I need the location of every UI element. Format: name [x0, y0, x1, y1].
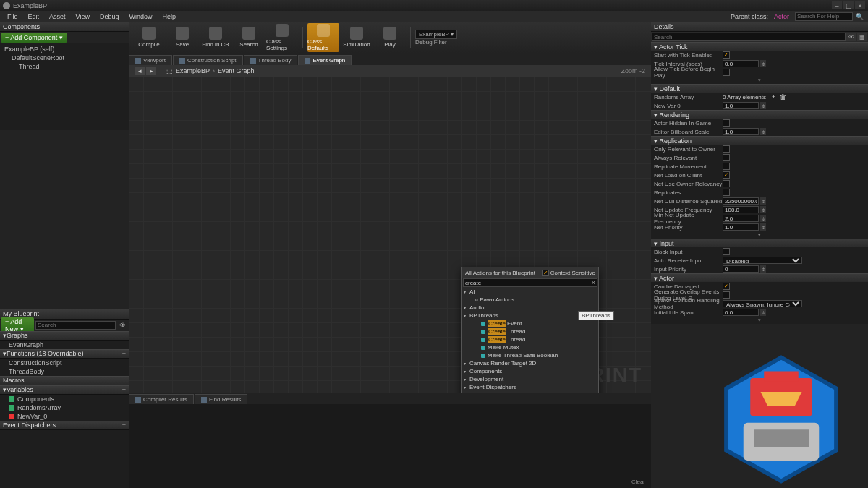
component-item[interactable]: Thread [1, 62, 127, 71]
expand-arrow-icon[interactable]: ▾ [651, 231, 868, 239]
tab-viewport[interactable]: Viewport [129, 55, 172, 65]
spinner-icon[interactable]: ⇕ [760, 60, 766, 67]
component-item[interactable]: DefaultSceneRoot [1, 53, 127, 62]
checkbox[interactable] [723, 119, 730, 127]
spinner-icon[interactable]: ⇕ [760, 215, 766, 222]
number-input[interactable] [723, 265, 759, 273]
tab-thread-body[interactable]: Thread Body [244, 55, 298, 65]
action-category[interactable]: Components [462, 367, 598, 375]
event-graph-canvas[interactable]: BLUEPRINT All Actions for this Blueprint… [129, 77, 651, 393]
section-variables[interactable]: ▾ Variables+ [0, 385, 129, 395]
maximize-button[interactable]: ▢ [843, 1, 854, 9]
toolbar-find-in-cb-button[interactable]: Find in CB [200, 23, 231, 52]
variable-item[interactable]: RandomsArray [0, 403, 129, 412]
breadcrumb-root[interactable]: ExampleBP [176, 67, 210, 74]
tab-event-graph[interactable]: Event Graph [298, 55, 352, 65]
spinner-icon[interactable]: ⇕ [760, 265, 766, 273]
parent-class-link[interactable]: Actor [774, 13, 789, 20]
help-search-icon[interactable]: 🔍 [854, 13, 865, 20]
clear-search-icon[interactable]: × [592, 279, 595, 286]
number-input[interactable] [723, 60, 759, 67]
toolbar-class-defaults-button[interactable]: Class Defaults [307, 23, 339, 52]
nav-back-button[interactable]: ◂ [135, 67, 145, 75]
spinner-icon[interactable]: ⇕ [760, 309, 766, 316]
tab-find-results[interactable]: Find Results [195, 394, 247, 404]
context-sensitive-checkbox[interactable]: ✓ [542, 270, 549, 276]
details-category[interactable]: ▾ Actor Tick [651, 42, 868, 51]
toolbar-play-button[interactable]: Play [374, 23, 406, 52]
details-category[interactable]: ▾ Replication [651, 136, 868, 145]
details-search-input[interactable] [652, 33, 846, 41]
details-category[interactable]: ▾ Input [651, 239, 868, 247]
menu-file[interactable]: File [3, 12, 22, 21]
variable-item[interactable]: NewVar_0 [0, 412, 129, 421]
dropdown[interactable]: Always Spawn, Ignore Collisions [723, 300, 802, 307]
function-item[interactable]: ConstructionScript [0, 359, 129, 367]
checkbox[interactable] [723, 189, 730, 196]
menu-help[interactable]: Help [158, 12, 180, 21]
checkbox[interactable] [723, 248, 730, 255]
number-input[interactable] [723, 128, 759, 135]
details-grid-icon[interactable]: ▦ [857, 33, 867, 41]
debug-filter-select[interactable]: ExampleBP ▾ [415, 30, 457, 39]
details-eye-icon[interactable]: 👁 [846, 33, 856, 41]
checkbox[interactable] [723, 154, 730, 161]
toolbar-compile-button[interactable]: Compile [133, 23, 165, 52]
action-category[interactable]: Game [462, 391, 598, 393]
action-category[interactable]: Event Dispatchers [462, 383, 598, 391]
section-functions[interactable]: ▾ Functions (18 Overridable)+ [0, 349, 129, 359]
checkbox[interactable]: ✓ [723, 171, 730, 179]
checkbox[interactable] [723, 69, 730, 76]
action-item[interactable]: Make Thread Safe Boolean [462, 351, 598, 359]
number-input[interactable] [723, 309, 759, 316]
toolbar-class-settings-button[interactable]: Class Settings [266, 23, 298, 52]
spinner-icon[interactable]: ⇕ [760, 128, 766, 135]
clear-log-button[interactable]: Clear [631, 479, 645, 485]
expand-arrow-icon[interactable]: ▾ [651, 317, 868, 324]
checkbox[interactable]: ✓ [723, 283, 730, 290]
toolbar-save-button[interactable]: Save [166, 23, 198, 52]
spinner-icon[interactable]: ⇕ [760, 197, 766, 205]
action-item[interactable]: Create Thread [462, 328, 598, 335]
nav-fwd-button[interactable]: ▸ [146, 67, 156, 75]
checkbox[interactable] [723, 163, 730, 170]
close-button[interactable]: × [855, 1, 865, 9]
view-options-icon[interactable]: 👁 [116, 322, 129, 329]
minimize-button[interactable]: – [832, 1, 842, 9]
section-dispatchers[interactable]: Event Dispatchers+ [0, 421, 129, 430]
myblueprint-search-input[interactable] [35, 321, 116, 330]
section-graphs[interactable]: ▾ Graphs+ [0, 331, 129, 341]
section-macros[interactable]: Macros+ [0, 376, 129, 385]
toolbar-search-button[interactable]: Search [233, 23, 265, 52]
spinner-icon[interactable]: ⇕ [760, 223, 766, 231]
number-input[interactable] [723, 197, 759, 205]
tab-construction-script[interactable]: Construction Script [173, 55, 243, 65]
action-item[interactable]: Make Mutex [462, 343, 598, 351]
function-item[interactable]: ThreadBody [0, 367, 129, 376]
menu-window[interactable]: Window [124, 12, 156, 21]
checkbox[interactable]: ✓ [723, 51, 730, 59]
add-component-button[interactable]: + Add Component ▾ [1, 33, 67, 43]
number-input[interactable] [723, 102, 759, 109]
action-item[interactable]: Create Thread [462, 335, 598, 343]
action-category[interactable]: Development [462, 375, 598, 383]
number-input[interactable] [723, 215, 759, 222]
action-menu-search-input[interactable] [463, 278, 597, 287]
breadcrumb-leaf[interactable]: Event Graph [218, 67, 255, 74]
spinner-icon[interactable]: ⇕ [760, 102, 766, 109]
spinner-icon[interactable]: ⇕ [760, 206, 766, 213]
details-category[interactable]: ▾ Rendering [651, 110, 868, 119]
component-root[interactable]: ExampleBP (self) [1, 45, 127, 53]
action-subcategory[interactable]: ▹ Pawn Actions [462, 296, 598, 304]
help-search-input[interactable] [795, 12, 853, 21]
menu-debug[interactable]: Debug [95, 12, 124, 21]
checkbox[interactable] [723, 291, 730, 299]
graph-item[interactable]: EventGraph [0, 341, 129, 349]
details-category[interactable]: ▾ Default [651, 84, 868, 93]
menu-view[interactable]: View [72, 12, 94, 21]
array-add-icon[interactable]: + [772, 93, 775, 100]
menu-asset[interactable]: Asset [45, 12, 70, 21]
dropdown[interactable]: Disabled [723, 257, 802, 264]
action-category[interactable]: Canvas Render Target 2D [462, 359, 598, 367]
action-item[interactable]: Create Event [462, 320, 598, 328]
